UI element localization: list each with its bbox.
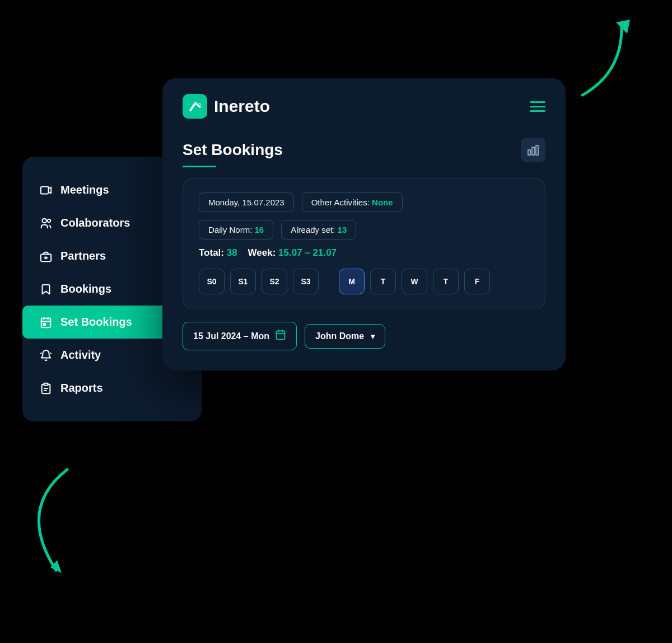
chevron-down-icon: ▾ — [371, 332, 375, 341]
info-row-2: Daily Norm: 16 Already set: 13 — [199, 220, 529, 240]
svg-rect-2 — [41, 186, 49, 194]
sidebar-item-colaborators-label: Colaborators — [60, 217, 130, 229]
arrow-decoration — [571, 17, 638, 106]
svg-rect-18 — [532, 147, 534, 155]
logo-text: Inereto — [214, 97, 270, 116]
logo-icon — [183, 94, 207, 119]
title-underline — [183, 166, 216, 167]
svg-point-4 — [48, 219, 51, 222]
day-btn-m[interactable]: M — [339, 269, 365, 294]
svg-rect-20 — [277, 331, 285, 339]
sidebar-item-raports-label: Raports — [60, 382, 103, 395]
sidebar-item-meetings-label: Meetings — [60, 184, 109, 196]
info-row-1: Monday, 15.07.2023 Other Activities: Non… — [199, 193, 529, 212]
total-row: Total: 38 Week: 15.07 – 21.07 — [199, 247, 529, 259]
calendar-picker-icon — [275, 329, 286, 343]
svg-marker-0 — [616, 20, 630, 34]
bell-icon — [39, 349, 53, 362]
day-btn-s1[interactable]: S1 — [230, 269, 256, 294]
user-selector[interactable]: John Dome ▾ — [305, 324, 385, 349]
other-activities-badge: Other Activities: None — [302, 193, 403, 212]
svg-rect-12 — [43, 323, 45, 325]
svg-rect-13 — [44, 383, 48, 385]
scene: Meetings Colaborators — [0, 0, 672, 643]
chart-icon-button[interactable] — [521, 138, 545, 162]
clipboard-icon — [39, 382, 53, 395]
video-icon — [39, 184, 53, 196]
day-btn-w[interactable]: W — [402, 269, 427, 294]
day-btn-s2[interactable]: S2 — [262, 269, 287, 294]
sidebar-item-raports[interactable]: Raports — [22, 372, 202, 405]
main-header: Inereto — [162, 78, 566, 132]
page-content: Set Bookings Monday, 15.07.2023 — [162, 132, 566, 370]
daily-norm-badge: Daily Norm: 16 — [199, 220, 273, 240]
day-btn-t2[interactable]: T — [433, 269, 459, 294]
main-card: Inereto Set Bookings — [162, 78, 566, 370]
svg-rect-8 — [41, 318, 51, 327]
already-set-badge: Already set: 13 — [281, 220, 356, 240]
page-title-row: Set Bookings — [183, 138, 545, 162]
page-title: Set Bookings — [183, 141, 283, 159]
arc-decoration — [11, 464, 78, 576]
date-picker-value: 15 Jul 2024 – Mon — [193, 331, 269, 341]
info-card: Monday, 15.07.2023 Other Activities: Non… — [183, 179, 545, 308]
svg-rect-19 — [536, 146, 538, 155]
svg-point-3 — [43, 218, 46, 222]
logo-area: Inereto — [183, 94, 270, 119]
sidebar-item-partners-label: Partners — [60, 250, 106, 262]
sidebar-item-activity-label: Activity — [60, 349, 101, 362]
svg-rect-17 — [528, 150, 530, 155]
sidebar-item-set-bookings-label: Set Bookings — [60, 316, 132, 328]
briefcase-icon — [39, 250, 53, 262]
day-btn-t1[interactable]: T — [370, 269, 396, 294]
day-buttons: S0 S1 S2 S3 M T W T F — [199, 269, 529, 294]
user-selector-value: John Dome — [315, 331, 364, 341]
calendar-icon — [39, 316, 53, 328]
day-btn-f[interactable]: F — [464, 269, 490, 294]
hamburger-menu[interactable] — [530, 101, 545, 112]
date-badge: Monday, 15.07.2023 — [199, 193, 294, 212]
day-btn-s3[interactable]: S3 — [293, 269, 319, 294]
date-picker[interactable]: 15 Jul 2024 – Mon — [183, 322, 297, 350]
sidebar-item-bookings-label: Bookings — [60, 283, 111, 295]
bottom-bar: 15 Jul 2024 – Mon John Dome ▾ — [183, 322, 545, 350]
day-btn-s0[interactable]: S0 — [199, 269, 225, 294]
bookmark-icon — [39, 283, 53, 295]
people-icon — [39, 217, 53, 229]
